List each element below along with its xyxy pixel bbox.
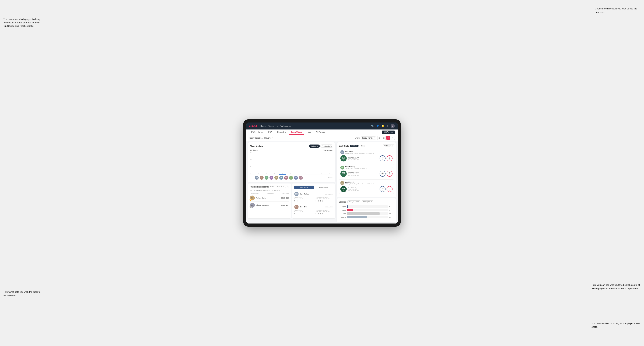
shot-avatar-3: DF	[340, 181, 344, 185]
lb-avatar-1: RB 1	[250, 195, 255, 200]
right-column: Best Shots All Shots Shots All Players ▾…	[337, 142, 396, 222]
bogeys-count: 315	[389, 216, 394, 218]
shot-details-2: 200 SG Shot Dist: 43 yds Start Lie: Roug…	[340, 171, 392, 177]
tab-on-course[interactable]: On Course	[309, 145, 320, 148]
tab-tour[interactable]: Tour	[305, 130, 313, 135]
eagles-bar-wrap	[347, 205, 388, 208]
annotation-bottom-left: Filter what data you wish the table to b…	[4, 290, 42, 297]
bogeys-label: Bogeys	[339, 216, 346, 218]
scoring-card: Scoring Par 3, 4 & 5s ▾ All Players ▾ Ea…	[337, 198, 396, 222]
users-icon[interactable]: 👤	[376, 125, 379, 127]
eagles-label: Eagles	[339, 206, 346, 207]
shot-score-badge-1: 200 SG	[340, 155, 347, 162]
shot-score-badge-2: 200 SG	[340, 171, 347, 177]
nav-my-performance[interactable]: My Performance	[277, 125, 291, 127]
shot-card-1: MM Matt Miller 09 Jun 2023 · Royal North…	[339, 149, 394, 163]
leaderboard-header: Practice Leaderboards PUTT Must Make Put…	[250, 185, 289, 188]
annotation-top-right: Choose the timescale you wish to see the…	[595, 7, 640, 14]
bell-icon[interactable]: 🔔	[381, 125, 384, 127]
tab-all-players[interactable]: All Players	[314, 130, 327, 135]
chart-dropdown[interactable]: Total Rounds ▾	[323, 149, 333, 151]
lb-score-1: 19/20	[281, 197, 285, 199]
chart-section-header: On Course Total Rounds ▾	[250, 149, 333, 151]
player-avatar-6: OB	[279, 176, 283, 180]
edit-icon[interactable]: ✏	[272, 137, 273, 139]
tab-shots[interactable]: Shots	[360, 145, 366, 147]
player-info-1: BM Blair McHarg 26 Aug 2023	[294, 192, 333, 196]
player-avatar-10: LR	[299, 176, 303, 180]
leaderboard-dropdown[interactable]: PUTT Must Make Putting... ▾	[269, 185, 289, 188]
ma-avatar-1: BM	[294, 192, 298, 196]
avatar[interactable]: U	[390, 124, 395, 128]
most-active-header: Most Active Least Active	[294, 185, 333, 189]
time-filter-select[interactable]: Last 3 months ▾	[361, 137, 376, 140]
view-icons: ⊞ ⊟ ♥ ≡	[377, 136, 395, 140]
tab-least-active[interactable]: Least Active	[314, 185, 333, 189]
left-column: Player Activity On Course Practice Drill…	[248, 142, 335, 222]
tab-most-active[interactable]: Most Active	[294, 185, 314, 189]
nav-teams[interactable]: Teams	[268, 125, 274, 127]
practice-leaderboards-card: Practice Leaderboards PUTT Must Make Put…	[248, 183, 291, 218]
tablet-frame: clippd Home Teams My Performance 🔍 👤 🔔 ⊕…	[243, 119, 401, 227]
tab-team-clippd[interactable]: Team Clippd	[289, 130, 304, 135]
shot-chevron-1[interactable]: ›	[392, 151, 392, 154]
ma-name-2: Rees Britt	[300, 206, 324, 208]
players-filter-dropdown[interactable]: All Players ▾	[383, 145, 394, 147]
bogeys-bar-wrap	[347, 216, 388, 218]
add-team-button[interactable]: Add Team +	[382, 131, 395, 134]
shot-metrics-2: 43 yds 0 yds	[380, 171, 392, 177]
ma-date-2: 02 Sep 2023	[325, 206, 333, 208]
tab-pga[interactable]: PGA	[266, 130, 274, 135]
shot-text-3: Shot Dist: 16 yds Start Lie: Rough End L…	[348, 187, 378, 191]
bogeys-bar	[347, 216, 367, 218]
plus-circle-icon[interactable]: ⊕	[386, 125, 388, 127]
tab-all-shots[interactable]: All Shots	[350, 145, 358, 147]
bottom-left-grid: Practice Leaderboards PUTT Must Make Put…	[248, 183, 335, 218]
show-row: Show: Last 3 months ▾ ⊞ ⊟ ♥ ≡	[355, 136, 395, 140]
ma-stats-values-1: 7 6 0 0 0 1	[294, 200, 333, 202]
pars-bar-wrap	[347, 212, 388, 215]
avatars-row: BM BB DF JC EE OB RB MM EC LR Players	[250, 176, 333, 180]
scoring-dropdown-2[interactable]: All Players ▾	[362, 200, 373, 203]
team-title: Team Clippd | 14 Players	[249, 137, 270, 139]
lb-avg-1: 110	[286, 197, 289, 199]
annotation-top-left: You can select which player is doing the…	[4, 17, 42, 28]
bar-chart-area: 15 10 5 0 13 12	[250, 152, 333, 175]
metric-bubble-3b: 0 yds	[386, 186, 392, 192]
nav-right: 🔍 👤 🔔 ⊕ U	[371, 124, 395, 128]
bar-e-crossman: 2	[318, 173, 325, 174]
player-avatar-2: BB	[260, 176, 264, 180]
tab-pgat-players[interactable]: PGAT Players	[249, 130, 266, 135]
ma-name-1: Blair McHarg	[300, 193, 324, 195]
player-avatar-3: DF	[264, 176, 268, 180]
shot-chevron-2[interactable]: ›	[392, 166, 392, 169]
bar-d-ford: 10	[271, 173, 278, 174]
shot-player-detail-1: 09 Jun 2023 · Royal North Devon GC, Hole…	[345, 152, 391, 154]
scoring-dropdown-1[interactable]: Par 3, 4 & 5s ▾	[348, 200, 360, 203]
tab-hcaps[interactable]: Hcaps 1-5	[275, 130, 288, 135]
tab-practice-drills[interactable]: Practice Drills	[320, 145, 333, 148]
leaderboard-title: Practice Leaderboards	[250, 186, 269, 188]
player-info-2: RB Rees Britt 02 Sep 2023	[294, 205, 333, 209]
most-active-card: Most Active Least Active BM Blair McHarg…	[292, 183, 335, 218]
shot-chevron-3[interactable]: ›	[392, 182, 392, 184]
bar-chart: 15 10 5 0 13 12	[250, 152, 333, 180]
pars-label: Pars	[339, 213, 346, 214]
activity-title: Player Activity	[250, 145, 263, 147]
heart-view-button[interactable]: ♥	[386, 136, 390, 140]
player-avatar-9: EC	[294, 176, 298, 180]
pars-bar	[347, 212, 380, 215]
search-icon[interactable]: 🔍	[371, 125, 374, 127]
lb-name-2: Edward Crossman	[256, 204, 280, 206]
list-view-button[interactable]: ⊟	[382, 136, 386, 140]
menu-view-button[interactable]: ≡	[391, 136, 395, 140]
nav-home[interactable]: Home	[260, 125, 266, 127]
main-content: Player Activity On Course Practice Drill…	[246, 141, 398, 223]
shot-metrics-1: 67 yds 0 yds	[380, 155, 392, 161]
shot-player-row-1: MM Matt Miller 09 Jun 2023 · Royal North…	[340, 150, 392, 154]
grid-view-button[interactable]: ⊞	[377, 136, 381, 140]
shot-card-3: DF David Ford 24 Aug 2023 · Royal North …	[339, 179, 394, 194]
scoring-row-bogeys: Bogeys 315	[339, 216, 394, 218]
lb-score-2: 18/20	[281, 204, 285, 206]
leaderboard-columns: PLAYER NAME PB SCORE PB AVG SQ	[250, 192, 289, 194]
